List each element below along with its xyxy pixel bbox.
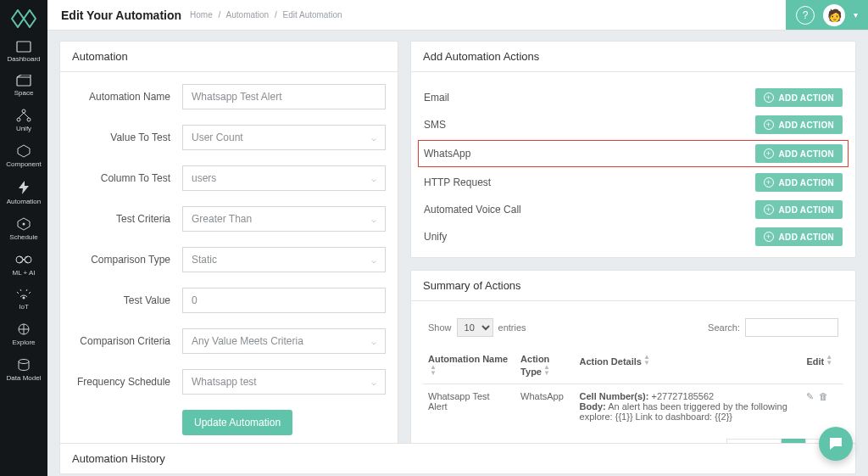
chevron-down-icon: ⌵ [371,378,376,387]
label-frequency-schedule: Frequency Schedule [72,376,182,388]
comparison-type-select[interactable]: Static⌵ [182,247,386,272]
col-type[interactable]: Action Type▲▼ [515,347,574,384]
svg-point-2 [22,109,25,113]
svg-point-3 [17,118,20,121]
chevron-down-icon: ⌵ [371,133,376,143]
sidebar-item-label: Component [6,160,41,168]
table-row: Whatsapp Test AlertWhatsAppCell Number(s… [423,384,843,429]
card-title: Add Automation Actions [411,42,855,72]
sidebar-item-component[interactable]: Component [0,137,47,173]
help-icon[interactable]: ? [796,6,815,25]
card-title: Automation History [60,444,855,473]
add-action-button[interactable]: +ADD ACTION [755,144,843,163]
action-row-whatsapp: WhatsApp+ADD ACTION [418,140,849,167]
action-row-automated-voice-call: Automated Voice Call+ADD ACTION [423,196,843,223]
add-action-button[interactable]: +ADD ACTION [755,88,843,107]
col-edit[interactable]: Edit▲▼ [801,347,843,384]
label-comparison-criteria: Comparison Criteria [72,335,182,347]
chat-fab[interactable] [819,427,853,461]
svg-point-11 [19,360,29,364]
chevron-down-icon: ⌵ [371,174,376,183]
sidebar-item-label: Space [14,89,34,97]
col-name[interactable]: Automation Name▲▼ [423,347,515,384]
svg-marker-5 [19,181,29,194]
action-row-unify: Unify+ADD ACTION [423,223,843,250]
svg-point-7 [16,256,23,263]
automation-name-input[interactable] [182,84,386,109]
action-name: SMS [424,119,446,131]
plus-icon: + [764,232,774,242]
sidebar-item-unify[interactable]: Unify [0,102,47,137]
cell-name: Whatsapp Test Alert [423,384,515,429]
history-row: Automation History [59,443,856,474]
user-avatar[interactable]: 🧑 [823,4,845,26]
left-sidebar: Dashboard Space Unify Component Automati… [0,0,47,476]
cell-type: WhatsApp [515,384,574,429]
frequency-schedule-select[interactable]: Whatsapp test⌵ [182,369,386,395]
search-label: Search: [708,322,740,333]
action-row-email: Email+ADD ACTION [423,84,843,111]
page-title: Edit Your Automation [61,8,181,22]
add-action-button[interactable]: +ADD ACTION [755,227,843,246]
value-to-test-select[interactable]: User Count⌵ [182,125,386,150]
svg-point-6 [23,223,25,226]
sidebar-item-datamodel[interactable]: Data Model [0,351,47,387]
action-name: HTTP Request [424,176,491,188]
automation-form-card: Automation Automation Name Value To Test… [59,41,398,448]
breadcrumb-home[interactable]: Home [190,10,213,20]
search-input[interactable] [745,318,838,337]
column-to-test-select[interactable]: users⌵ [182,165,386,191]
card-title: Summary of Actions [411,271,855,301]
sidebar-item-label: Data Model [7,374,42,382]
test-criteria-select[interactable]: Greater Than⌵ [182,206,386,232]
edit-icon[interactable]: ✎ [806,391,814,402]
sidebar-item-label: Unify [16,125,31,132]
sidebar-item-iot[interactable]: IoT [0,282,47,316]
svg-point-8 [25,256,31,263]
sidebar-item-label: Dashboard [7,55,40,63]
page-header: Edit Your Automation Home / Automation /… [47,0,868,31]
action-name: Email [424,92,449,104]
chevron-down-icon[interactable]: ▾ [854,10,858,20]
page-body: Automation Automation Name Value To Test… [47,31,868,476]
svg-point-4 [27,118,31,121]
summary-card: Summary of Actions Show 10 entries Searc… [410,270,856,472]
test-value-input[interactable] [182,288,386,313]
entries-select[interactable]: 10 [457,318,493,337]
sidebar-item-space[interactable]: Space [0,68,47,102]
label-test-value: Test Value [72,294,182,306]
sidebar-item-label: ML + AI [12,269,35,277]
header-right: ? 🧑 ▾ [786,0,868,30]
col-details[interactable]: Action Details▲▼ [575,347,802,384]
chevron-down-icon: ⌵ [371,255,376,265]
app-logo [10,8,37,29]
svg-rect-0 [17,42,31,52]
update-automation-button[interactable]: Update Automation [182,410,292,435]
action-name: WhatsApp [424,148,470,160]
add-actions-card: Add Automation Actions Email+ADD ACTIONS… [410,41,856,258]
entries-label: entries [498,322,526,333]
sidebar-item-mlai[interactable]: ML + AI [0,246,47,282]
plus-icon: + [764,204,774,215]
sidebar-item-dashboard[interactable]: Dashboard [0,34,47,68]
sidebar-item-schedule[interactable]: Schedule [0,210,47,246]
add-action-button[interactable]: +ADD ACTION [755,200,843,219]
sidebar-item-automation[interactable]: Automation [0,173,47,210]
add-action-button[interactable]: +ADD ACTION [755,115,843,134]
plus-icon: + [764,148,774,159]
sidebar-item-label: Explore [12,339,35,346]
sidebar-item-label: IoT [19,303,29,311]
plus-icon: + [764,92,774,103]
action-name: Automated Voice Call [424,204,521,216]
action-row-http-request: HTTP Request+ADD ACTION [423,169,843,196]
label-value-to-test: Value To Test [72,132,182,143]
comparison-criteria-select[interactable]: Any Value Meets Criteria⌵ [182,328,386,354]
add-action-button[interactable]: +ADD ACTION [755,173,843,192]
breadcrumb-automation[interactable]: Automation [226,10,270,20]
summary-table: Automation Name▲▼ Action Type▲▼ Action D… [423,347,843,428]
cell-details: Cell Number(s): +27727185562Body: An ale… [575,384,802,429]
sidebar-item-explore[interactable]: Explore [0,316,47,351]
show-label: Show [428,322,452,333]
plus-icon: + [764,120,774,130]
delete-icon[interactable]: 🗑 [819,391,828,402]
